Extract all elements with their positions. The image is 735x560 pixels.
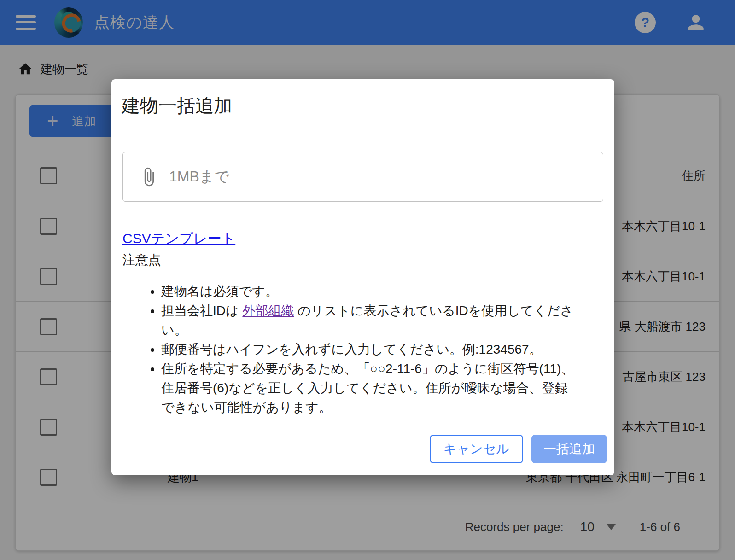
file-upload-placeholder: 1MBまで: [169, 167, 229, 187]
csv-template-link[interactable]: CSVテンプレート: [122, 229, 235, 248]
bulk-add-dialog: 建物一括追加 1MBまで CSVテンプレート 注意点 建物名は必須です。 担当会…: [111, 79, 614, 475]
note-item: 建物名は必須です。: [161, 282, 578, 301]
note-text: 担当会社IDは: [161, 303, 242, 318]
external-org-link[interactable]: 外部組織: [242, 303, 294, 318]
dialog-title: 建物一括追加: [122, 93, 232, 118]
cancel-button[interactable]: キャンセル: [430, 435, 523, 463]
file-upload-field[interactable]: 1MBまで: [122, 152, 603, 202]
note-item: 郵便番号はハイフンを入れずに入力してください。例:1234567。: [161, 340, 578, 359]
notes-list: 建物名は必須です。 担当会社IDは 外部組織 のリストに表示されているIDを使用…: [122, 282, 578, 417]
note-item: 住所を特定する必要があるため、「○○2-11-6」のように街区符号(11)、住居…: [161, 359, 578, 417]
notes-heading: 注意点: [122, 251, 161, 269]
dialog-actions: キャンセル 一括追加: [430, 435, 607, 463]
paperclip-icon: [139, 167, 159, 187]
bulk-add-submit-button[interactable]: 一括追加: [531, 435, 607, 463]
note-item: 担当会社IDは 外部組織 のリストに表示されているIDを使用してください。: [161, 301, 578, 340]
